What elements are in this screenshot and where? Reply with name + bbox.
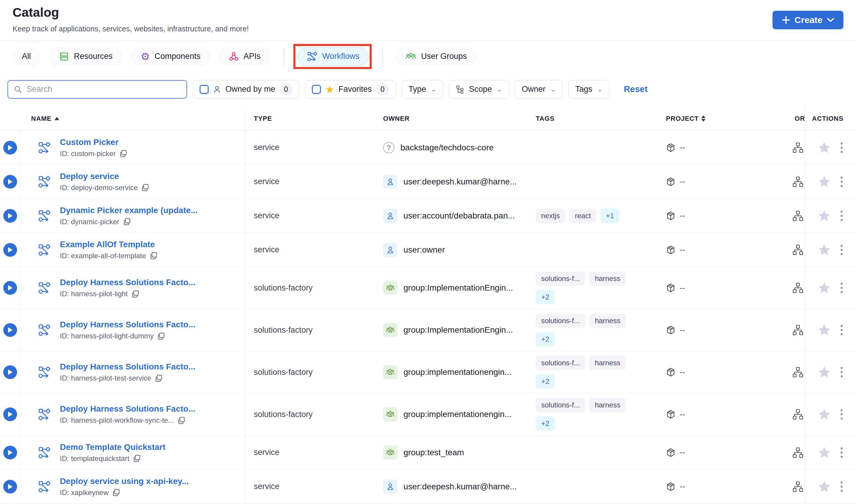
- workflow-name-link[interactable]: Deploy service using x-api-key...: [60, 476, 189, 486]
- row-menu-icon[interactable]: [840, 480, 843, 493]
- search-input[interactable]: [27, 85, 181, 94]
- type-value: service: [254, 482, 279, 491]
- row-menu-icon[interactable]: [840, 175, 843, 188]
- row-menu-icon[interactable]: [840, 323, 843, 337]
- favorites-filter[interactable]: ★ Favorites 0: [305, 80, 396, 98]
- run-workflow-button[interactable]: [3, 243, 17, 257]
- tab-resources[interactable]: Resources: [50, 47, 122, 66]
- copy-icon[interactable]: [112, 488, 120, 497]
- favorite-star-icon[interactable]: [817, 141, 831, 155]
- workflow-type-icon: [38, 408, 51, 421]
- column-header-project[interactable]: PROJECT: [665, 107, 795, 130]
- favorite-star-icon[interactable]: [817, 480, 831, 493]
- run-workflow-button[interactable]: [3, 365, 17, 379]
- workflow-name-link[interactable]: Deploy Harness Solutions Facto...: [60, 404, 195, 414]
- favorite-star-icon[interactable]: [817, 175, 831, 188]
- workflow-name-link[interactable]: Dynamic Picker example (update...: [60, 206, 198, 215]
- workflow-name-link[interactable]: Custom Picker: [60, 138, 127, 147]
- type-cell: solutions-factory: [245, 267, 377, 309]
- org-hierarchy-icon[interactable]: [792, 366, 804, 378]
- favorite-star-icon[interactable]: [817, 365, 831, 379]
- scope-dropdown[interactable]: Scope ⌄: [449, 80, 509, 98]
- owned-by-me-filter[interactable]: Owned by me 0: [193, 80, 299, 98]
- run-workflow-button[interactable]: [3, 209, 17, 223]
- run-workflow-button[interactable]: [3, 141, 17, 155]
- favorite-star-icon[interactable]: [817, 408, 831, 421]
- favorite-star-icon[interactable]: [817, 243, 831, 257]
- copy-icon[interactable]: [119, 149, 127, 158]
- copy-icon[interactable]: [157, 332, 165, 340]
- org-hierarchy-icon[interactable]: [792, 324, 804, 336]
- column-header-type-label: TYPE: [254, 115, 272, 123]
- workflow-name-link[interactable]: Demo Template Quickstart: [60, 443, 166, 452]
- row-menu-icon[interactable]: [840, 365, 843, 379]
- reset-filters-link[interactable]: Reset: [624, 84, 647, 94]
- column-header-name[interactable]: NAME: [0, 107, 245, 130]
- project-cell: --: [665, 435, 795, 469]
- tab-all[interactable]: All: [13, 47, 40, 66]
- tab-workflows[interactable]: Workflows: [297, 47, 369, 66]
- type-value: solutions-factory: [254, 368, 313, 377]
- page-subtitle: Keep track of applications, services, we…: [13, 24, 843, 33]
- run-workflow-button[interactable]: [3, 446, 17, 460]
- org-hierarchy-icon[interactable]: [792, 282, 804, 293]
- org-hierarchy-icon[interactable]: [792, 244, 804, 256]
- org-hierarchy-icon[interactable]: [792, 409, 804, 420]
- row-menu-icon[interactable]: [840, 243, 843, 257]
- org-hierarchy-icon[interactable]: [792, 447, 804, 458]
- org-hierarchy-icon[interactable]: [792, 142, 804, 154]
- run-workflow-button[interactable]: [3, 323, 17, 337]
- workflow-name-link[interactable]: Deploy Harness Solutions Facto...: [60, 320, 195, 329]
- row-menu-icon[interactable]: [840, 446, 843, 460]
- copy-icon[interactable]: [141, 183, 149, 192]
- run-workflow-button[interactable]: [3, 408, 17, 421]
- tab-all-label: All: [22, 52, 31, 61]
- org-hierarchy-icon[interactable]: [792, 210, 804, 221]
- org-hierarchy-icon[interactable]: [792, 481, 804, 492]
- run-workflow-button[interactable]: [3, 175, 17, 188]
- more-tags-badge[interactable]: +2: [536, 332, 554, 346]
- run-workflow-button[interactable]: [3, 281, 17, 295]
- row-menu-icon[interactable]: [840, 209, 843, 223]
- owner-dropdown[interactable]: Owner ⌄: [515, 80, 563, 98]
- workflow-id-text: ID: harness-pilot-workflow-sync-te...: [60, 416, 174, 425]
- org-hierarchy-icon[interactable]: [792, 176, 804, 187]
- play-cell: [0, 393, 20, 435]
- row-menu-icon[interactable]: [840, 408, 843, 421]
- type-dropdown[interactable]: Type ⌄: [402, 80, 443, 98]
- workflow-name-link[interactable]: Deploy service: [60, 172, 149, 181]
- copy-icon[interactable]: [123, 218, 131, 226]
- copy-icon[interactable]: [132, 290, 139, 298]
- name-cell: Deploy Harness Solutions Facto... ID: ha…: [20, 267, 245, 309]
- favorite-star-icon[interactable]: [817, 323, 831, 337]
- tab-apis[interactable]: APIs: [219, 47, 270, 66]
- copy-icon[interactable]: [155, 374, 163, 382]
- tag-pill: solutions-f...: [536, 313, 585, 328]
- row-menu-icon[interactable]: [840, 141, 843, 155]
- tab-user-groups[interactable]: User Groups: [396, 47, 476, 66]
- owner-value: group:implementationengin...: [404, 367, 512, 377]
- tab-components[interactable]: ⚙ Components: [132, 47, 210, 66]
- more-tags-badge[interactable]: +1: [600, 209, 619, 223]
- more-tags-badge[interactable]: +2: [536, 290, 554, 304]
- row-menu-icon[interactable]: [840, 281, 843, 295]
- favorite-star-icon[interactable]: [817, 446, 831, 460]
- tab-apis-label: APIs: [244, 52, 261, 61]
- create-button[interactable]: Create: [772, 11, 843, 29]
- workflow-name-link[interactable]: Deploy Harness Solutions Facto...: [60, 278, 195, 287]
- more-tags-badge[interactable]: +2: [536, 416, 554, 431]
- copy-icon[interactable]: [150, 252, 158, 260]
- workflow-name-link[interactable]: Deploy Harness Solutions Facto...: [60, 362, 195, 372]
- workflow-id-text: ID: dynamic-picker: [60, 218, 119, 226]
- copy-icon[interactable]: [133, 454, 141, 463]
- owned-by-me-checkbox[interactable]: [200, 85, 209, 94]
- tags-dropdown[interactable]: Tags ⌄: [568, 80, 610, 98]
- favorite-star-icon[interactable]: [817, 281, 831, 295]
- copy-icon[interactable]: [177, 416, 186, 425]
- owner-value: group:test_team: [404, 448, 464, 457]
- run-workflow-button[interactable]: [3, 480, 17, 493]
- favorite-star-icon[interactable]: [817, 209, 831, 223]
- favorites-checkbox[interactable]: [312, 85, 321, 94]
- more-tags-badge[interactable]: +2: [536, 374, 554, 389]
- workflow-name-link[interactable]: Example AllOf Template: [60, 240, 158, 249]
